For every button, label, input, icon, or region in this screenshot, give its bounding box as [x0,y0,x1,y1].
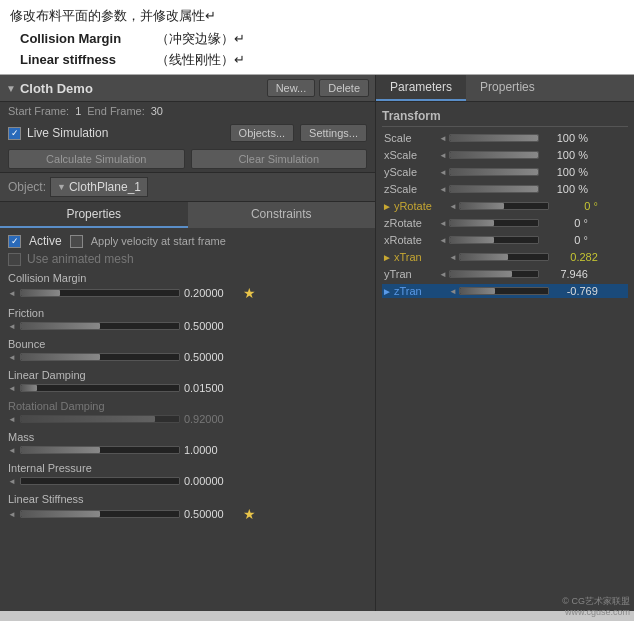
active-label: Active [29,234,62,248]
transform-header: Transform [382,106,628,127]
properties-tabs: Properties Constraints [0,202,375,228]
transform-slider[interactable] [449,236,539,244]
star-icon[interactable]: ★ [243,506,256,522]
transform-slider[interactable] [459,253,549,261]
panel-tabs: Parameters Properties [376,75,634,102]
transform-row: Scale ◄ 100 % [382,131,628,145]
star-icon[interactable]: ★ [243,285,256,301]
active-checkbox[interactable]: ✓ [8,235,21,248]
delete-button[interactable]: Delete [319,79,369,97]
slider-arrow-left-icon[interactable]: ◄ [8,477,16,486]
slider-left-arrow-icon[interactable]: ◄ [439,270,447,279]
clear-simulation-button[interactable]: Clear Simulation [191,149,368,169]
transform-slider[interactable] [449,270,539,278]
param-value: 0.00000 [184,475,239,487]
slider-track[interactable] [20,289,180,297]
slider-track[interactable] [20,384,180,392]
tab-parameters[interactable]: Parameters [376,75,466,101]
transform-value: 100 % [543,149,588,161]
slider-val-row: ◄ 1.0000 [8,444,367,456]
slider-left-arrow-icon[interactable]: ◄ [449,253,457,262]
transform-value: 0 ° [543,217,588,229]
slider-val-row: ◄ 0.92000 [8,413,367,425]
transform-value: 0.282 [553,251,598,263]
transform-slider[interactable] [449,185,539,193]
slider-val-row: ◄ 0.50000 ★ [8,506,367,522]
param-row: Linear Damping ◄ 0.01500 [8,369,367,394]
use-anim-checkbox [8,253,21,266]
tab-properties[interactable]: Properties [0,202,188,228]
slider-track[interactable] [20,510,180,518]
objects-button[interactable]: Objects... [230,124,294,142]
slider-left-arrow-icon[interactable]: ◄ [439,185,447,194]
linear-stiffness-zh: （线性刚性）↵ [156,50,245,71]
param-label: Internal Pressure [8,462,367,474]
transform-label: zScale [384,183,439,195]
tab-constraints[interactable]: Constraints [188,202,376,228]
slider-left-arrow-icon[interactable]: ◄ [449,287,457,296]
properties-area: ✓ Active Apply velocity at start frame U… [0,228,375,534]
transform-value: 0 ° [553,200,598,212]
slider-left-arrow-icon[interactable]: ◄ [439,151,447,160]
active-row: ✓ Active Apply velocity at start frame [8,234,367,248]
param-label: Collision Margin [8,272,367,284]
slider-left-arrow-icon[interactable]: ◄ [439,219,447,228]
param-row: Linear Stiffness ◄ 0.50000 ★ [8,493,367,522]
param-row: Mass ◄ 1.0000 [8,431,367,456]
top-line1: 修改布料平面的参数，并修改属性↵ [10,6,624,27]
slider-arrow-left-icon[interactable]: ◄ [8,446,16,455]
transform-value: 100 % [543,132,588,144]
dropdown-arrow-icon: ▼ [57,182,66,192]
transform-row: zRotate ◄ 0 ° [382,216,628,230]
tab-properties-right[interactable]: Properties [466,75,549,101]
cloth-demo-collapse-icon[interactable]: ▼ [6,83,16,94]
slider-track[interactable] [20,353,180,361]
live-sim-checkbox[interactable]: ✓ [8,127,21,140]
transform-slider[interactable] [449,134,539,142]
top-text-area: 修改布料平面的参数，并修改属性↵ Collision Margin （冲突边缘）… [0,0,634,75]
transform-row: ► zTran ◄ -0.769 [382,284,628,298]
slider-val-row: ◄ 0.20000 ★ [8,285,367,301]
transform-label: yRotate [394,200,449,212]
settings-button[interactable]: Settings... [300,124,367,142]
transform-row: ► xTran ◄ 0.282 [382,250,628,264]
transform-slider[interactable] [459,202,549,210]
param-label: Mass [8,431,367,443]
transform-slider[interactable] [449,151,539,159]
transform-row: ► yRotate ◄ 0 ° [382,199,628,213]
transform-slider[interactable] [449,219,539,227]
slider-left-arrow-icon[interactable]: ◄ [439,134,447,143]
slider-arrow-left-icon[interactable]: ◄ [8,289,16,298]
apply-vel-checkbox[interactable] [70,235,83,248]
bullet-icon: ► [382,201,392,212]
param-row: Internal Pressure ◄ 0.00000 [8,462,367,487]
object-dropdown[interactable]: ▼ ClothPlane_1 [50,177,148,197]
slider-left-arrow-icon[interactable]: ◄ [439,168,447,177]
linear-stiffness-label-top: Linear stiffness [20,50,150,71]
param-value: 0.50000 [184,508,239,520]
slider-arrow-left-icon[interactable]: ◄ [8,322,16,331]
transform-row: zScale ◄ 100 % [382,182,628,196]
param-label: Linear Damping [8,369,367,381]
new-button[interactable]: New... [267,79,316,97]
slider-track[interactable] [20,477,180,485]
right-panel: Parameters Properties Transform Scale ◄ … [375,75,634,611]
transform-slider[interactable] [449,168,539,176]
slider-left-arrow-icon[interactable]: ◄ [439,236,447,245]
transform-label: zTran [394,285,449,297]
slider-arrow-left-icon[interactable]: ◄ [8,415,16,424]
transform-rows: Scale ◄ 100 % xScale ◄ 100 % yScale ◄ 10… [382,131,628,298]
slider-track[interactable] [20,446,180,454]
slider-arrow-left-icon[interactable]: ◄ [8,384,16,393]
param-label: Bounce [8,338,367,350]
slider-track[interactable] [20,322,180,330]
transform-slider[interactable] [459,287,549,295]
slider-arrow-left-icon[interactable]: ◄ [8,353,16,362]
transform-value: 100 % [543,183,588,195]
slider-left-arrow-icon[interactable]: ◄ [449,202,457,211]
end-frame-label: End Frame: [87,105,144,117]
param-row: Bounce ◄ 0.50000 [8,338,367,363]
slider-arrow-left-icon[interactable]: ◄ [8,510,16,519]
calculate-simulation-button[interactable]: Calculate Simulation [8,149,185,169]
slider-track[interactable] [20,415,180,423]
